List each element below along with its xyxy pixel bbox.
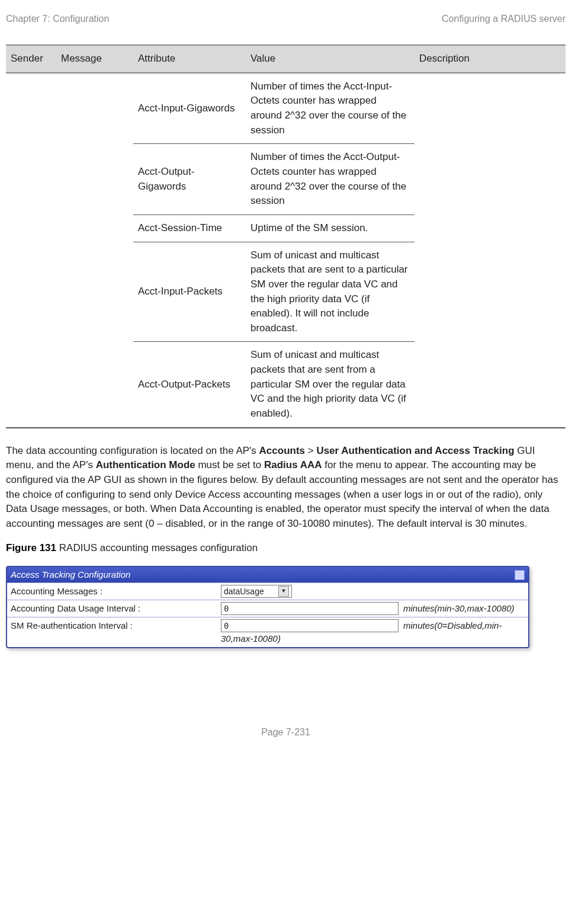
field-hint: minutes(0=Disabled,min- [403,619,502,632]
cell-value: Number of times the Acct-Input-Octets co… [246,73,415,144]
attribute-table: Sender Message Attribute Value Descripti… [6,44,565,428]
para-bold: Authentication Mode [96,459,195,470]
table-row: Acct-Input-Gigawords Number of times the… [6,73,565,144]
cell-description [415,73,565,428]
cell-value: Uptime of the SM session. [246,215,415,242]
cell-attribute: Acct-Output-Gigawords [133,144,246,215]
th-attribute: Attribute [133,45,246,73]
para-bold: Accounts [259,445,305,456]
field-hint: minutes(min-30,max-10080) [403,602,515,615]
panel-title-text: Access Tracking Configuration [11,568,130,581]
panel-row: Accounting Data Usage Interval : 0 minut… [7,600,528,617]
para-text: The data accounting configuration is loc… [6,445,259,456]
data-usage-interval-input[interactable]: 0 [221,602,399,615]
accounting-messages-select[interactable]: dataUsage ▼ [221,585,292,598]
field-label: Accounting Data Usage Interval : [11,602,221,615]
th-message: Message [56,45,133,73]
table-header-row: Sender Message Attribute Value Descripti… [6,45,565,73]
cell-attribute: Acct-Input-Gigawords [133,73,246,144]
running-header: Chapter 7: Configuration Configuring a R… [6,12,565,25]
page-footer: Page 7-231 [6,725,565,739]
access-tracking-panel: Access Tracking Configuration Accounting… [6,566,529,648]
panel-row: Accounting Messages : dataUsage ▼ [7,582,528,600]
field-label: Accounting Messages : [11,585,221,598]
cell-attribute: Acct-Output-Packets [133,342,246,428]
cell-attribute: Acct-Session-Time [133,215,246,242]
para-text: must be set to [195,459,264,470]
header-right: Configuring a RADIUS server [442,12,565,25]
collapse-icon[interactable] [515,570,525,580]
header-left: Chapter 7: Configuration [6,12,109,25]
th-value: Value [246,45,415,73]
panel-titlebar: Access Tracking Configuration [7,567,528,582]
cell-attribute: Acct-Input-Packets [133,242,246,342]
figure-caption: Figure 131 RADIUS accounting messages co… [6,541,565,556]
para-bold: User Authentication and Access Tracking [316,445,514,456]
reauth-interval-input[interactable]: 0 [221,619,399,632]
cell-sender [6,73,56,428]
cell-value: Number of times the Acct-Output-Octets c… [246,144,415,215]
figure-title: RADIUS accounting messages configuration [56,542,258,553]
figure-number: Figure 131 [6,542,56,553]
th-description: Description [415,45,565,73]
cell-value: Sum of unicast and multicast packets tha… [246,342,415,428]
panel-row: SM Re-authentication Interval : 0 minute… [7,617,528,647]
para-bold: Radius AAA [264,459,322,470]
cell-message [56,73,133,428]
select-value: dataUsage [224,585,264,597]
para-text: > [305,445,316,456]
chevron-down-icon: ▼ [278,586,289,597]
field-hint: 30,max-10080) [221,632,502,645]
th-sender: Sender [6,45,56,73]
cell-value: Sum of unicast and multicast packets tha… [246,242,415,342]
config-paragraph: The data accounting configuration is loc… [6,444,565,532]
field-label: SM Re-authentication Interval : [11,619,221,632]
